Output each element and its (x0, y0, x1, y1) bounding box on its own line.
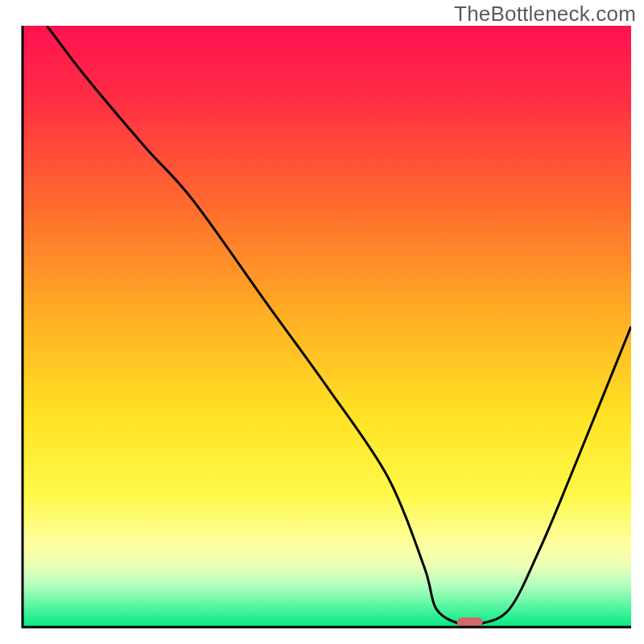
gradient-background (23, 26, 631, 627)
watermark-text: TheBottleneck.com (454, 2, 636, 27)
bottleneck-chart (0, 0, 644, 644)
optimal-marker (457, 617, 483, 627)
chart-container: TheBottleneck.com (0, 0, 644, 644)
